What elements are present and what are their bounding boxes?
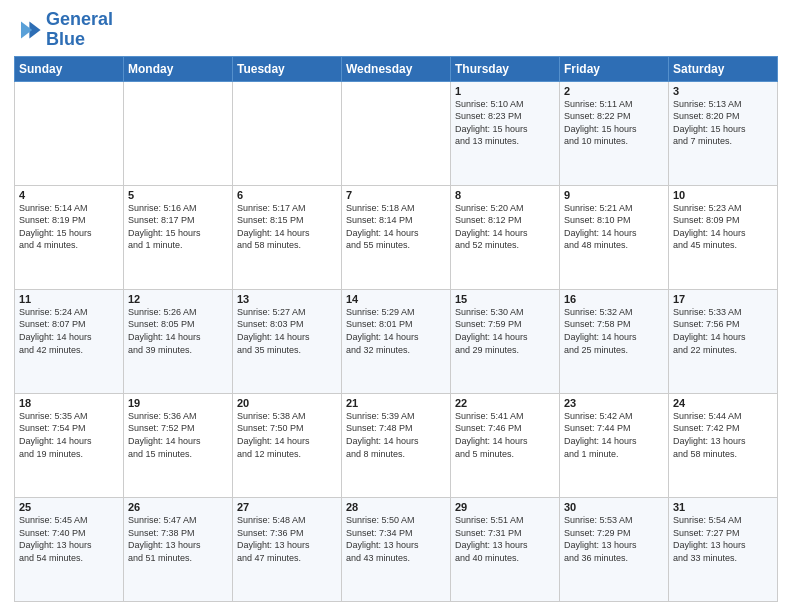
- day-cell: 18Sunrise: 5:35 AM Sunset: 7:54 PM Dayli…: [15, 393, 124, 497]
- day-cell: 17Sunrise: 5:33 AM Sunset: 7:56 PM Dayli…: [669, 289, 778, 393]
- day-cell: 7Sunrise: 5:18 AM Sunset: 8:14 PM Daylig…: [342, 185, 451, 289]
- day-info: Sunrise: 5:27 AM Sunset: 8:03 PM Dayligh…: [237, 306, 337, 356]
- day-cell: 4Sunrise: 5:14 AM Sunset: 8:19 PM Daylig…: [15, 185, 124, 289]
- day-info: Sunrise: 5:29 AM Sunset: 8:01 PM Dayligh…: [346, 306, 446, 356]
- day-info: Sunrise: 5:23 AM Sunset: 8:09 PM Dayligh…: [673, 202, 773, 252]
- day-info: Sunrise: 5:33 AM Sunset: 7:56 PM Dayligh…: [673, 306, 773, 356]
- day-number: 18: [19, 397, 119, 409]
- day-number: 14: [346, 293, 446, 305]
- day-cell: 20Sunrise: 5:38 AM Sunset: 7:50 PM Dayli…: [233, 393, 342, 497]
- logo-icon: [14, 16, 42, 44]
- day-info: Sunrise: 5:48 AM Sunset: 7:36 PM Dayligh…: [237, 514, 337, 564]
- day-cell: 16Sunrise: 5:32 AM Sunset: 7:58 PM Dayli…: [560, 289, 669, 393]
- day-cell: 9Sunrise: 5:21 AM Sunset: 8:10 PM Daylig…: [560, 185, 669, 289]
- day-info: Sunrise: 5:26 AM Sunset: 8:05 PM Dayligh…: [128, 306, 228, 356]
- day-cell: 22Sunrise: 5:41 AM Sunset: 7:46 PM Dayli…: [451, 393, 560, 497]
- day-number: 15: [455, 293, 555, 305]
- weekday-header-saturday: Saturday: [669, 56, 778, 81]
- day-cell: 31Sunrise: 5:54 AM Sunset: 7:27 PM Dayli…: [669, 497, 778, 601]
- day-cell: 21Sunrise: 5:39 AM Sunset: 7:48 PM Dayli…: [342, 393, 451, 497]
- day-cell: [342, 81, 451, 185]
- day-cell: 13Sunrise: 5:27 AM Sunset: 8:03 PM Dayli…: [233, 289, 342, 393]
- day-number: 10: [673, 189, 773, 201]
- day-info: Sunrise: 5:18 AM Sunset: 8:14 PM Dayligh…: [346, 202, 446, 252]
- day-cell: 23Sunrise: 5:42 AM Sunset: 7:44 PM Dayli…: [560, 393, 669, 497]
- day-number: 2: [564, 85, 664, 97]
- day-cell: 1Sunrise: 5:10 AM Sunset: 8:23 PM Daylig…: [451, 81, 560, 185]
- day-number: 3: [673, 85, 773, 97]
- day-info: Sunrise: 5:14 AM Sunset: 8:19 PM Dayligh…: [19, 202, 119, 252]
- day-cell: 15Sunrise: 5:30 AM Sunset: 7:59 PM Dayli…: [451, 289, 560, 393]
- day-number: 9: [564, 189, 664, 201]
- weekday-header-wednesday: Wednesday: [342, 56, 451, 81]
- day-number: 12: [128, 293, 228, 305]
- week-row-2: 4Sunrise: 5:14 AM Sunset: 8:19 PM Daylig…: [15, 185, 778, 289]
- day-cell: 24Sunrise: 5:44 AM Sunset: 7:42 PM Dayli…: [669, 393, 778, 497]
- day-info: Sunrise: 5:17 AM Sunset: 8:15 PM Dayligh…: [237, 202, 337, 252]
- day-cell: [124, 81, 233, 185]
- day-number: 28: [346, 501, 446, 513]
- day-cell: 29Sunrise: 5:51 AM Sunset: 7:31 PM Dayli…: [451, 497, 560, 601]
- weekday-header-friday: Friday: [560, 56, 669, 81]
- day-number: 23: [564, 397, 664, 409]
- day-cell: 12Sunrise: 5:26 AM Sunset: 8:05 PM Dayli…: [124, 289, 233, 393]
- day-info: Sunrise: 5:38 AM Sunset: 7:50 PM Dayligh…: [237, 410, 337, 460]
- day-cell: 19Sunrise: 5:36 AM Sunset: 7:52 PM Dayli…: [124, 393, 233, 497]
- day-number: 27: [237, 501, 337, 513]
- day-cell: 27Sunrise: 5:48 AM Sunset: 7:36 PM Dayli…: [233, 497, 342, 601]
- day-info: Sunrise: 5:21 AM Sunset: 8:10 PM Dayligh…: [564, 202, 664, 252]
- day-number: 1: [455, 85, 555, 97]
- page: General Blue SundayMondayTuesdayWednesda…: [0, 0, 792, 612]
- weekday-header-thursday: Thursday: [451, 56, 560, 81]
- day-info: Sunrise: 5:42 AM Sunset: 7:44 PM Dayligh…: [564, 410, 664, 460]
- day-cell: 28Sunrise: 5:50 AM Sunset: 7:34 PM Dayli…: [342, 497, 451, 601]
- day-cell: 2Sunrise: 5:11 AM Sunset: 8:22 PM Daylig…: [560, 81, 669, 185]
- day-number: 24: [673, 397, 773, 409]
- day-number: 29: [455, 501, 555, 513]
- day-info: Sunrise: 5:39 AM Sunset: 7:48 PM Dayligh…: [346, 410, 446, 460]
- day-number: 21: [346, 397, 446, 409]
- day-info: Sunrise: 5:51 AM Sunset: 7:31 PM Dayligh…: [455, 514, 555, 564]
- day-info: Sunrise: 5:10 AM Sunset: 8:23 PM Dayligh…: [455, 98, 555, 148]
- day-cell: 8Sunrise: 5:20 AM Sunset: 8:12 PM Daylig…: [451, 185, 560, 289]
- day-info: Sunrise: 5:35 AM Sunset: 7:54 PM Dayligh…: [19, 410, 119, 460]
- day-info: Sunrise: 5:54 AM Sunset: 7:27 PM Dayligh…: [673, 514, 773, 564]
- day-cell: 10Sunrise: 5:23 AM Sunset: 8:09 PM Dayli…: [669, 185, 778, 289]
- day-cell: 30Sunrise: 5:53 AM Sunset: 7:29 PM Dayli…: [560, 497, 669, 601]
- day-cell: 11Sunrise: 5:24 AM Sunset: 8:07 PM Dayli…: [15, 289, 124, 393]
- day-number: 17: [673, 293, 773, 305]
- day-cell: 6Sunrise: 5:17 AM Sunset: 8:15 PM Daylig…: [233, 185, 342, 289]
- day-info: Sunrise: 5:45 AM Sunset: 7:40 PM Dayligh…: [19, 514, 119, 564]
- week-row-1: 1Sunrise: 5:10 AM Sunset: 8:23 PM Daylig…: [15, 81, 778, 185]
- day-cell: [233, 81, 342, 185]
- week-row-4: 18Sunrise: 5:35 AM Sunset: 7:54 PM Dayli…: [15, 393, 778, 497]
- day-info: Sunrise: 5:47 AM Sunset: 7:38 PM Dayligh…: [128, 514, 228, 564]
- day-number: 19: [128, 397, 228, 409]
- day-info: Sunrise: 5:11 AM Sunset: 8:22 PM Dayligh…: [564, 98, 664, 148]
- logo-text: General Blue: [46, 10, 113, 50]
- day-number: 31: [673, 501, 773, 513]
- day-number: 13: [237, 293, 337, 305]
- day-number: 25: [19, 501, 119, 513]
- day-info: Sunrise: 5:41 AM Sunset: 7:46 PM Dayligh…: [455, 410, 555, 460]
- day-cell: 5Sunrise: 5:16 AM Sunset: 8:17 PM Daylig…: [124, 185, 233, 289]
- day-number: 6: [237, 189, 337, 201]
- header: General Blue: [14, 10, 778, 50]
- day-number: 11: [19, 293, 119, 305]
- day-number: 5: [128, 189, 228, 201]
- day-number: 20: [237, 397, 337, 409]
- weekday-header-row: SundayMondayTuesdayWednesdayThursdayFrid…: [15, 56, 778, 81]
- week-row-3: 11Sunrise: 5:24 AM Sunset: 8:07 PM Dayli…: [15, 289, 778, 393]
- day-cell: 25Sunrise: 5:45 AM Sunset: 7:40 PM Dayli…: [15, 497, 124, 601]
- day-number: 22: [455, 397, 555, 409]
- day-number: 30: [564, 501, 664, 513]
- calendar-table: SundayMondayTuesdayWednesdayThursdayFrid…: [14, 56, 778, 602]
- day-info: Sunrise: 5:36 AM Sunset: 7:52 PM Dayligh…: [128, 410, 228, 460]
- day-cell: 14Sunrise: 5:29 AM Sunset: 8:01 PM Dayli…: [342, 289, 451, 393]
- day-info: Sunrise: 5:50 AM Sunset: 7:34 PM Dayligh…: [346, 514, 446, 564]
- day-info: Sunrise: 5:53 AM Sunset: 7:29 PM Dayligh…: [564, 514, 664, 564]
- day-number: 26: [128, 501, 228, 513]
- day-info: Sunrise: 5:44 AM Sunset: 7:42 PM Dayligh…: [673, 410, 773, 460]
- logo: General Blue: [14, 10, 113, 50]
- weekday-header-monday: Monday: [124, 56, 233, 81]
